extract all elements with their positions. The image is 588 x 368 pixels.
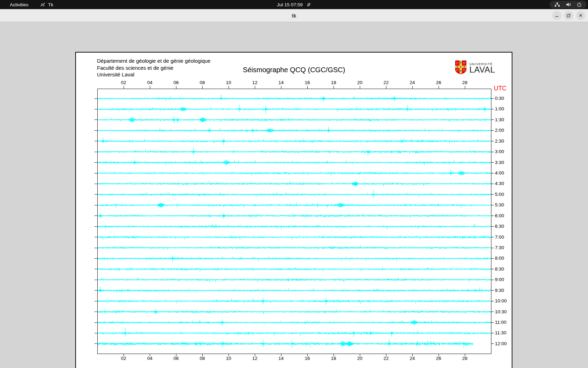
trace-tick-left	[94, 248, 97, 248]
trace-tick-left	[94, 322, 97, 323]
focused-app-menu[interactable]: Tk	[40, 2, 53, 7]
clock-text: Jul 15 07:59	[277, 2, 303, 7]
minimize-button[interactable]	[552, 11, 561, 20]
close-button[interactable]	[576, 11, 585, 20]
x-tick-top	[307, 86, 308, 89]
trace-tick-right	[491, 120, 494, 120]
power-icon	[577, 2, 582, 7]
utc-time-label: 11:30	[495, 330, 506, 335]
x-tick-top	[281, 86, 281, 89]
x-tick-label-bottom: 14	[276, 356, 286, 361]
trace-tick-left	[94, 194, 97, 195]
x-tick-top	[150, 86, 150, 89]
trace-tick-left	[94, 301, 97, 301]
trace-tick-right	[491, 269, 494, 269]
utc-time-label: 1:00	[495, 106, 504, 111]
trace-tick-left	[94, 269, 97, 269]
trace-tick-right	[491, 141, 494, 141]
x-tick-top	[412, 86, 413, 89]
utc-time-label: 2:30	[495, 138, 504, 144]
x-tick-top	[124, 86, 124, 89]
trace-tick-right	[491, 226, 494, 227]
x-tick-label-top: 24	[407, 80, 418, 85]
system-status-area[interactable]	[550, 1, 587, 8]
activities-button[interactable]: Activities	[8, 1, 30, 8]
utc-time-label: 7:30	[495, 245, 504, 250]
utc-time-label: 12:00	[495, 341, 507, 346]
x-tick-label-bottom: 22	[381, 356, 391, 361]
window-title: tk	[0, 9, 588, 22]
utc-time-label: 4:00	[495, 170, 504, 176]
x-tick-label-bottom: 08	[197, 356, 208, 361]
trace-tick-right	[491, 173, 494, 173]
utc-time-label: 8:30	[495, 266, 504, 272]
x-tick-label-bottom: 20	[355, 356, 365, 361]
trace-tick-right	[491, 98, 494, 99]
x-tick-label-top: 08	[197, 80, 208, 85]
trace-tick-left	[94, 205, 97, 205]
trace-tick-left	[94, 173, 97, 173]
utc-time-label: 6:00	[495, 213, 504, 218]
desktop-background: Département de géologie et de génie géol…	[0, 22, 588, 368]
trace-tick-left	[94, 152, 97, 152]
utc-time-label: 11:00	[495, 320, 506, 325]
utc-axis-label: UTC	[494, 85, 506, 92]
trace-tick-right	[491, 258, 494, 259]
tk-icon	[40, 2, 46, 7]
x-tick-label-bottom: 26	[433, 356, 444, 361]
utc-time-label: 0:30	[495, 96, 504, 101]
trace-tick-right	[491, 152, 494, 152]
trace-tick-right	[491, 322, 494, 323]
x-tick-label-top: 06	[171, 80, 181, 85]
trace-tick-right	[491, 312, 494, 312]
x-tick-label-top: 10	[223, 80, 234, 85]
trace-tick-left	[94, 141, 97, 141]
x-tick-top	[202, 86, 203, 89]
clock-button[interactable]: Jul 15 07:59	[277, 2, 311, 7]
x-tick-label-top: 14	[276, 80, 286, 85]
maximize-button[interactable]	[564, 11, 573, 20]
org-line-1: Département de géologie et de génie géol…	[97, 57, 210, 64]
seismograph-canvas: Département de géologie et de génie géol…	[75, 52, 512, 368]
bell-muted-icon	[306, 2, 311, 7]
utc-time-label: 2:00	[495, 128, 504, 133]
trace-tick-left	[94, 98, 97, 99]
trace-tick-left	[94, 343, 97, 344]
x-tick-label-bottom: 24	[407, 356, 418, 361]
utc-time-label: 5:30	[495, 202, 504, 207]
x-tick-label-top: 20	[355, 80, 365, 85]
x-tick-top	[386, 86, 386, 89]
trace-tick-left	[94, 258, 97, 259]
x-tick-label-top: 28	[460, 80, 470, 85]
trace-tick-right	[491, 248, 494, 248]
x-tick-top	[439, 86, 439, 89]
trace-tick-right	[491, 343, 494, 344]
seismogram-traces	[98, 89, 491, 354]
x-tick-label-bottom: 06	[171, 356, 181, 361]
trace-tick-left	[94, 312, 97, 312]
trace-tick-left	[94, 237, 97, 237]
volume-icon	[566, 2, 571, 7]
x-tick-label-bottom: 28	[460, 356, 470, 361]
x-tick-top	[360, 86, 360, 89]
trace-tick-right	[491, 194, 494, 195]
utc-time-label: 6:30	[495, 224, 504, 229]
utc-time-label: 8:00	[495, 255, 504, 261]
x-tick-label-top: 16	[302, 80, 313, 85]
window-titlebar[interactable]: tk	[0, 9, 588, 22]
x-tick-label-top: 02	[118, 80, 129, 85]
trace-tick-right	[491, 109, 494, 109]
trace-tick-left	[94, 226, 97, 227]
x-tick-label-bottom: 02	[118, 356, 129, 361]
trace-tick-right	[491, 333, 494, 333]
x-tick-label-top: 22	[381, 80, 391, 85]
utc-time-label: 3:00	[495, 149, 504, 154]
x-tick-label-top: 12	[250, 80, 260, 85]
trace-tick-right	[491, 184, 494, 184]
trace-tick-left	[94, 130, 97, 131]
utc-time-label: 5:00	[495, 192, 504, 197]
x-tick-label-bottom: 10	[223, 356, 234, 361]
x-tick-label-bottom: 16	[302, 356, 313, 361]
universite-laval-logo: UNIVERSITÉ LAVAL	[455, 60, 495, 76]
trace-tick-right	[491, 205, 494, 205]
